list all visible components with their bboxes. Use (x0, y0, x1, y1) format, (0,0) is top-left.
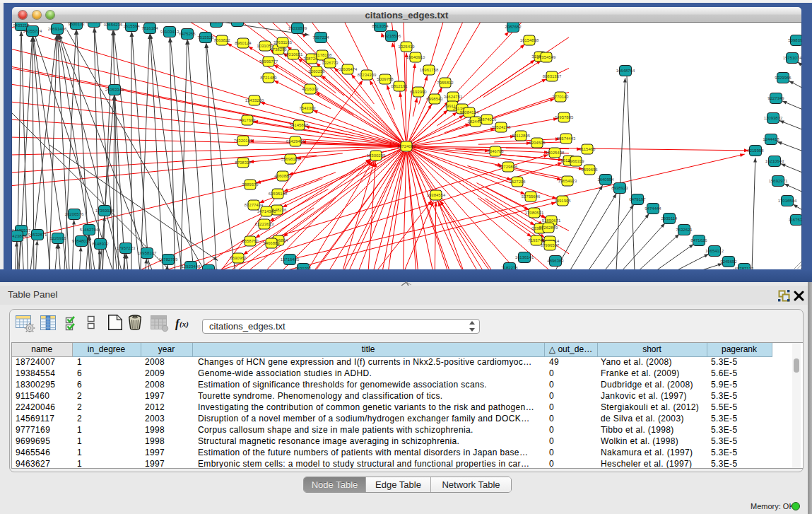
svg-text:17359928: 17359928 (95, 209, 114, 213)
svg-text:1491905: 1491905 (554, 199, 571, 203)
svg-text:65787133: 65787133 (735, 267, 754, 269)
svg-text:1226916: 1226916 (49, 236, 66, 240)
svg-text:17016504: 17016504 (778, 199, 797, 203)
svg-text:34714345: 34714345 (257, 209, 276, 214)
svg-text:(x): (x) (180, 320, 189, 329)
svg-text:34874016: 34874016 (478, 117, 497, 122)
svg-text:5098393: 5098393 (788, 38, 801, 42)
svg-text:16154838: 16154838 (520, 38, 539, 42)
svg-text:15692971: 15692971 (769, 179, 788, 183)
svg-text:19384554: 19384554 (427, 193, 446, 197)
svg-text:37996507: 37996507 (541, 243, 560, 247)
svg-text:5009788: 5009788 (377, 77, 394, 81)
svg-text:96532871: 96532871 (28, 233, 47, 237)
svg-text:16640910: 16640910 (406, 55, 425, 59)
svg-text:12093832: 12093832 (764, 116, 783, 120)
svg-text:61595148: 61595148 (269, 192, 288, 196)
svg-text:16648764: 16648764 (616, 69, 635, 73)
svg-text:4966319: 4966319 (567, 159, 584, 163)
svg-text:8708317: 8708317 (235, 160, 252, 165)
svg-text:8960124: 8960124 (235, 41, 252, 45)
svg-text:67010651: 67010651 (284, 52, 303, 57)
svg-text:7917693: 7917693 (239, 118, 256, 122)
svg-text:02654235: 02654235 (104, 23, 123, 27)
svg-text:87234309: 87234309 (358, 73, 377, 77)
svg-text:62729806: 62729806 (499, 165, 518, 169)
svg-text:16961758: 16961758 (420, 68, 439, 72)
svg-text:6204505: 6204505 (529, 141, 546, 145)
svg-text:2935114: 2935114 (661, 216, 678, 221)
svg-text:1244418: 1244418 (763, 137, 779, 141)
svg-text:6475255: 6475255 (179, 32, 196, 36)
svg-text:13433200: 13433200 (245, 98, 264, 103)
svg-text:76320163: 76320163 (234, 139, 253, 143)
svg-text:17080531: 17080531 (525, 211, 544, 215)
svg-text:19218506: 19218506 (382, 34, 401, 38)
svg-text:7632621: 7632621 (676, 228, 693, 232)
svg-text:6998543: 6998543 (426, 97, 443, 101)
svg-text:16033809: 16033809 (288, 26, 307, 30)
svg-text:1325419: 1325419 (398, 45, 415, 49)
svg-text:9699695: 9699695 (581, 168, 598, 172)
svg-text:10958107: 10958107 (138, 251, 157, 255)
svg-text:1640954: 1640954 (597, 177, 614, 182)
svg-text:34624751: 34624751 (444, 95, 463, 99)
svg-text:9115460: 9115460 (579, 147, 596, 151)
svg-text:9227349: 9227349 (767, 96, 784, 100)
svg-text:4192832: 4192832 (208, 23, 225, 24)
svg-text:8148932: 8148932 (92, 242, 109, 246)
svg-text:20206576: 20206576 (65, 212, 84, 216)
svg-text:51462704: 51462704 (80, 228, 99, 232)
svg-text:6479197: 6479197 (629, 197, 646, 201)
svg-text:15716485: 15716485 (281, 257, 300, 262)
svg-text:12923448: 12923448 (182, 264, 201, 269)
svg-text:4216073: 4216073 (302, 87, 319, 91)
svg-text:8471626: 8471626 (690, 238, 707, 243)
svg-text:7346706: 7346706 (487, 149, 504, 153)
svg-text:7357224: 7357224 (312, 35, 329, 40)
svg-text:72423884: 72423884 (12, 234, 27, 238)
svg-text:7182278: 7182278 (501, 266, 518, 269)
svg-text:7816184: 7816184 (141, 26, 158, 30)
svg-text:0812191: 0812191 (391, 84, 408, 88)
svg-text:51850671: 51850671 (542, 218, 561, 223)
svg-text:53755646: 53755646 (522, 194, 541, 199)
svg-text:4896383: 4896383 (547, 259, 564, 263)
svg-text:64835030: 64835030 (228, 23, 247, 23)
svg-text:2260256: 2260256 (308, 69, 325, 74)
svg-text:8215958: 8215958 (747, 148, 764, 153)
svg-text:7663822: 7663822 (213, 38, 230, 42)
svg-text:6658760: 6658760 (242, 239, 259, 243)
svg-text:7515526: 7515526 (197, 35, 214, 40)
svg-text:9600133: 9600133 (68, 23, 85, 26)
svg-text:6690967: 6690967 (230, 256, 247, 260)
svg-text:5466889: 5466889 (263, 241, 280, 245)
svg-text:16136141: 16136141 (515, 255, 534, 259)
svg-text:8813054: 8813054 (372, 24, 389, 28)
svg-text:6193990: 6193990 (410, 90, 427, 94)
svg-text:02606474: 02606474 (339, 67, 358, 71)
svg-text:9329966: 9329966 (775, 76, 792, 80)
svg-text:25053346: 25053346 (105, 88, 124, 92)
svg-text:4738299: 4738299 (270, 47, 287, 52)
svg-text:15751074: 15751074 (783, 56, 801, 60)
svg-text:81223623: 81223623 (255, 222, 274, 226)
svg-text:28809570: 28809570 (199, 268, 218, 269)
svg-text:1167534: 1167534 (789, 218, 801, 222)
svg-text:20691406: 20691406 (48, 27, 67, 31)
svg-text:00524278: 00524278 (492, 125, 511, 129)
svg-text:1615594: 1615594 (123, 24, 140, 28)
svg-text:24055724: 24055724 (23, 29, 42, 33)
svg-text:97848018: 97848018 (72, 239, 91, 243)
svg-text:55698169: 55698169 (281, 157, 300, 161)
svg-text:1326773: 1326773 (322, 61, 339, 65)
svg-text:01429401: 01429401 (286, 139, 305, 144)
svg-text:18300295: 18300295 (367, 153, 386, 158)
svg-text:73178108: 73178108 (313, 53, 332, 57)
svg-text:5430391: 5430391 (295, 267, 312, 269)
svg-text:80831367: 80831367 (543, 74, 562, 78)
svg-text:10025438: 10025438 (546, 151, 565, 155)
svg-text:36995777: 36995777 (259, 59, 278, 64)
svg-text:8938923: 8938923 (611, 186, 628, 190)
svg-text:9245652: 9245652 (720, 259, 737, 264)
